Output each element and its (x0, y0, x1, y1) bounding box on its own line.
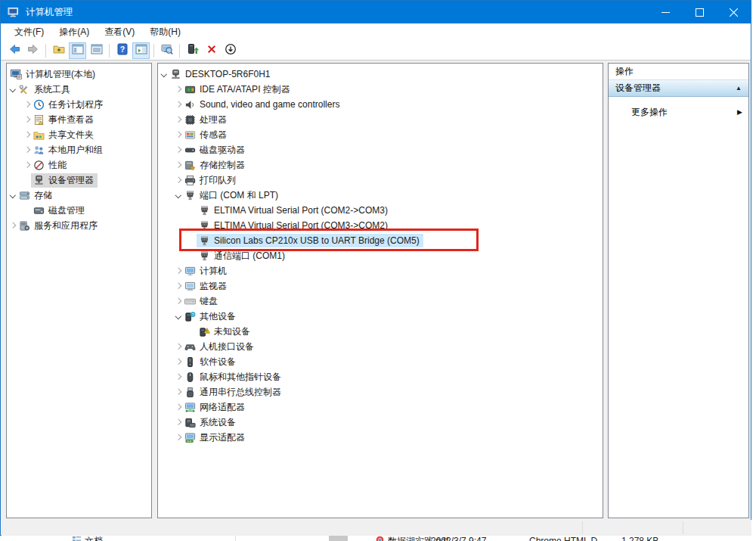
tree-item[interactable]: 存储 (7, 188, 151, 203)
computer-management-window: 计算机管理 文件(F)操作(A)查看(V)帮助(H) ? 计算机管理(本地)系统… (0, 0, 751, 536)
tree-item[interactable]: 显示适配器 (158, 430, 603, 445)
tree-item[interactable]: 计算机 (158, 263, 603, 278)
tree-item[interactable]: 存储控制器 (158, 157, 603, 173)
chevron-collapsed-icon[interactable] (23, 117, 31, 122)
tree-item[interactable]: ELTIMA Virtual Serial Port (COM2->COM3) (158, 203, 603, 218)
chevron-collapsed-icon[interactable] (174, 435, 182, 440)
tree-item[interactable]: 设备管理器 (7, 173, 151, 188)
more-actions-item[interactable]: 更多操作 ▶ (609, 103, 748, 121)
menu-item-0[interactable]: 文件(F) (7, 24, 51, 40)
computer-mgmt-icon (10, 68, 22, 80)
tree-item[interactable]: 磁盘管理 (7, 203, 151, 218)
tree-item[interactable]: 监视器 (158, 278, 603, 294)
maximize-button[interactable] (683, 1, 717, 23)
chevron-collapsed-icon[interactable] (174, 359, 182, 364)
tools-icon (18, 83, 30, 95)
scan-hardware-button[interactable] (158, 42, 175, 59)
chevron-collapsed-icon[interactable] (174, 420, 182, 424)
chevron-collapsed-icon[interactable] (174, 117, 182, 122)
tree-item[interactable]: 性能 (7, 157, 151, 173)
device-tree-pane: DESKTOP-5R6F0H1IDE ATA/ATAPI 控制器Sound, v… (157, 63, 603, 518)
tree-item[interactable]: 事件查看器 (7, 112, 151, 127)
menu-item-2[interactable]: 查看(V) (97, 24, 142, 40)
tree-item[interactable]: 系统工具 (7, 82, 151, 97)
collapse-icon[interactable]: ▲ (736, 85, 742, 92)
up-folder-button[interactable] (50, 42, 67, 59)
close-button[interactable] (717, 1, 751, 23)
forward-icon (27, 43, 39, 58)
tree-item[interactable]: 传感器 (158, 127, 603, 142)
tree-item-label: 存储控制器 (200, 159, 247, 172)
chevron-collapsed-icon[interactable] (174, 163, 182, 167)
tree-item[interactable]: 共享文件夹 (7, 127, 151, 142)
chevron-collapsed-icon[interactable] (174, 269, 182, 273)
menu-item-1[interactable]: 操作(A) (51, 24, 97, 40)
tree-item[interactable]: 处理器 (158, 112, 603, 127)
tree-item[interactable]: 本地用户和组 (7, 142, 151, 157)
chevron-open-icon[interactable] (160, 72, 168, 76)
chevron-collapsed-icon[interactable] (174, 344, 182, 349)
tree-item[interactable]: ?其他设备 (158, 309, 603, 324)
serial-port-icon (198, 235, 210, 247)
tree-item[interactable]: 键盘 (158, 294, 603, 309)
title-bar: 计算机管理 (1, 1, 751, 23)
tree-item[interactable]: DESKTOP-5R6F0H1 (158, 67, 603, 82)
chevron-collapsed-icon[interactable] (174, 390, 182, 394)
chevron-collapsed-icon[interactable] (174, 178, 182, 182)
chevron-collapsed-icon[interactable] (174, 102, 182, 107)
chevron-open-icon[interactable] (8, 193, 17, 197)
help-button[interactable]: ? (113, 42, 131, 59)
tree-item[interactable]: 人机接口设备 (158, 339, 603, 354)
export-list-button[interactable] (88, 42, 105, 59)
console-tree-toggle-button[interactable] (69, 42, 86, 59)
tree-item-label: Silicon Labs CP210x USB to UART Bridge (… (214, 235, 422, 246)
chevron-collapsed-icon[interactable] (174, 132, 182, 137)
tree-item[interactable]: 通用串行总线控制器 (158, 384, 603, 400)
chevron-collapsed-icon[interactable] (174, 284, 182, 288)
tree-item[interactable]: 打印队列 (158, 173, 603, 188)
back-button[interactable] (5, 42, 23, 59)
chevron-collapsed-icon[interactable] (174, 299, 182, 303)
tree-item[interactable]: 通信端口 (COM1) (158, 248, 603, 263)
chevron-collapsed-icon[interactable] (8, 223, 17, 228)
chevron-collapsed-icon[interactable] (23, 148, 31, 152)
chevron-collapsed-icon[interactable] (174, 405, 182, 409)
menu-item-3[interactable]: 帮助(H) (142, 24, 188, 40)
tree-item-label: 磁盘驱动器 (200, 144, 247, 157)
chevron-collapsed-icon[interactable] (23, 132, 31, 137)
chevron-open-icon[interactable] (8, 87, 17, 92)
chevron-open-icon[interactable] (174, 193, 182, 197)
tree-item[interactable]: 任务计划程序 (7, 97, 151, 112)
tree-item[interactable]: Sound, video and game controllers (158, 97, 603, 112)
explorer-column-block (329, 536, 348, 541)
actions-section-header[interactable]: 设备管理器 ▲ (609, 80, 748, 97)
chevron-collapsed-icon[interactable] (174, 375, 182, 379)
tree-item[interactable]: 服务和应用程序 (7, 218, 151, 233)
uninstall-device-button[interactable] (203, 42, 220, 59)
tree-item[interactable]: 未知设备 (158, 324, 603, 339)
update-driver-button[interactable] (184, 42, 201, 59)
chevron-collapsed-icon[interactable] (174, 148, 182, 152)
documents-folder-label[interactable]: 文档 (85, 536, 103, 541)
tree-item[interactable]: IDE ATA/ATAPI 控制器 (158, 82, 603, 97)
tree-item[interactable]: Silicon Labs CP210x USB to UART Bridge (… (158, 233, 603, 248)
tree-item[interactable]: 端口 (COM 和 LPT) (158, 188, 603, 203)
up-folder-icon (53, 43, 65, 58)
action-pane-toggle-button[interactable] (132, 42, 150, 59)
minimize-button[interactable] (649, 1, 683, 23)
chevron-collapsed-icon[interactable] (23, 163, 31, 167)
tree-item[interactable]: 系统设备 (158, 415, 603, 430)
tree-item[interactable]: 计算机管理(本地) (7, 67, 151, 82)
chevron-collapsed-icon[interactable] (23, 102, 31, 107)
chevron-collapsed-icon[interactable] (174, 87, 182, 92)
disable-device-button[interactable] (222, 42, 239, 59)
forward-button[interactable] (24, 42, 42, 59)
tree-item[interactable]: 软件设备 (158, 354, 603, 369)
tree-item[interactable]: 鼠标和其他指针设备 (158, 369, 603, 384)
tree-item[interactable]: 磁盘驱动器 (158, 142, 603, 157)
tree-item[interactable]: ELTIMA Virtual Serial Port (COM3->COM2) (158, 218, 603, 233)
tree-item[interactable]: 网络适配器 (158, 400, 603, 415)
monitor-icon (184, 280, 196, 292)
file-size: 1,278 KB (621, 536, 658, 541)
chevron-open-icon[interactable] (174, 314, 182, 319)
